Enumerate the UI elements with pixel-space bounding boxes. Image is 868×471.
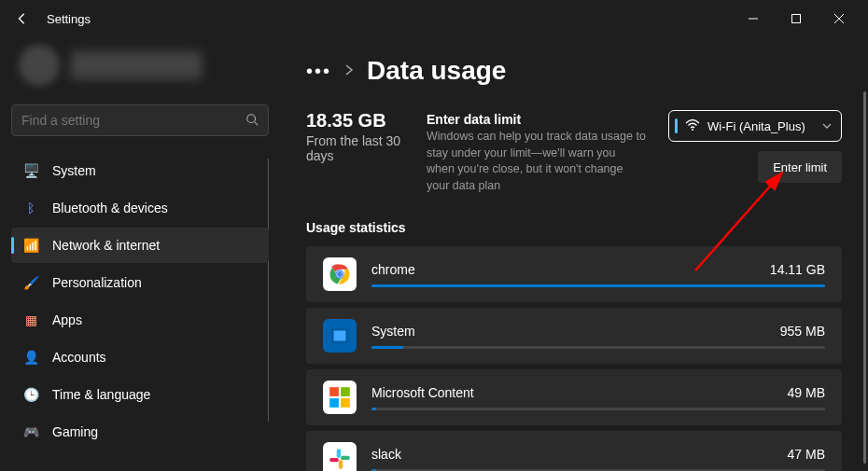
usage-bar [371, 284, 825, 287]
data-limit-heading: Enter data limit [427, 112, 646, 127]
usage-bar [371, 346, 825, 349]
close-button[interactable] [818, 4, 861, 34]
svg-rect-12 [341, 387, 350, 396]
minimize-button[interactable] [732, 4, 775, 34]
svg-point-2 [247, 114, 256, 122]
app-icon [323, 442, 357, 471]
svg-line-3 [255, 121, 259, 125]
app-icon [323, 257, 357, 291]
usage-row[interactable]: slack47 MB [306, 431, 842, 471]
window-title: Settings [47, 12, 91, 26]
sidebar-item-time-language[interactable]: 🕒Time & language [11, 377, 269, 412]
svg-rect-11 [329, 387, 339, 396]
svg-rect-16 [341, 456, 350, 460]
app-icon [323, 381, 357, 414]
sidebar-item-gaming[interactable]: 🎮Gaming [11, 414, 269, 450]
nav-icon: ᛒ [22, 200, 39, 216]
breadcrumb-more-icon[interactable]: ••• [306, 61, 331, 82]
nav-icon: 👤 [22, 349, 39, 366]
usage-row[interactable]: System955 MB [306, 308, 842, 364]
app-usage-amount: 955 MB [780, 324, 825, 339]
svg-rect-18 [329, 458, 339, 462]
nav-icon: 🖥️ [22, 162, 39, 179]
sidebar-item-apps[interactable]: ▦Apps [11, 302, 269, 338]
sidebar-nav: 🖥️SystemᛒBluetooth & devices📶Network & i… [11, 153, 269, 459]
breadcrumb: ••• Data usage [306, 56, 842, 86]
usage-period: From the last 30 days [306, 133, 404, 163]
sidebar-item-system[interactable]: 🖥️System [11, 153, 269, 188]
usage-bar [371, 408, 825, 410]
nav-icon: ▦ [22, 312, 39, 328]
page-title: Data usage [367, 56, 506, 86]
nav-icon: 🕒 [22, 386, 39, 403]
total-usage-value: 18.35 GB [306, 110, 404, 132]
usage-row[interactable]: Microsoft Content49 MB [306, 369, 842, 425]
sidebar-item-label: Personalization [52, 275, 142, 290]
svg-rect-1 [792, 15, 801, 23]
network-label: Wi-Fi (Anita_Plus) [707, 119, 815, 133]
app-name: slack [371, 447, 401, 462]
sidebar-item-bluetooth-devices[interactable]: ᛒBluetooth & devices [11, 190, 269, 226]
sidebar-item-accounts[interactable]: 👤Accounts [11, 339, 269, 375]
chevron-right-icon [344, 63, 354, 78]
sidebar-item-label: Network & internet [52, 238, 160, 253]
svg-rect-15 [337, 449, 341, 458]
search-input-container[interactable] [11, 104, 269, 136]
usage-statistics-list: chrome14.11 GBSystem955 MBMicrosoft Cont… [306, 246, 842, 471]
enter-limit-button[interactable]: Enter limit [758, 151, 842, 183]
app-icon [323, 319, 357, 353]
chevron-down-icon [822, 120, 832, 132]
app-usage-amount: 14.11 GB [770, 262, 825, 277]
svg-rect-17 [339, 460, 343, 469]
scrollbar[interactable] [863, 91, 866, 464]
network-select[interactable]: Wi-Fi (Anita_Plus) [668, 110, 842, 142]
select-accent-bar [675, 118, 678, 133]
svg-point-4 [692, 129, 693, 131]
avatar [19, 45, 60, 86]
sidebar-item-label: System [52, 163, 96, 178]
nav-icon: 📶 [22, 237, 39, 254]
sidebar-item-label: Apps [52, 312, 82, 327]
nav-icon: 🖌️ [22, 274, 39, 291]
sidebar-item-label: Bluetooth & devices [52, 201, 168, 215]
app-name: Microsoft Content [371, 385, 474, 400]
usage-statistics-heading: Usage statistics [306, 220, 842, 235]
usage-row[interactable]: chrome14.11 GB [306, 246, 842, 302]
app-usage-amount: 49 MB [788, 385, 825, 400]
sidebar-item-network-internet[interactable]: 📶Network & internet [11, 228, 269, 263]
nav-icon: 🎮 [22, 423, 39, 440]
search-input[interactable] [21, 113, 238, 128]
sidebar-item-label: Time & language [52, 387, 150, 402]
sidebar-item-personalization[interactable]: 🖌️Personalization [11, 265, 269, 300]
wifi-icon [685, 118, 700, 134]
back-button[interactable] [7, 4, 37, 34]
user-name-redacted [71, 51, 202, 79]
app-usage-amount: 47 MB [788, 447, 825, 462]
sidebar-item-label: Gaming [52, 424, 98, 439]
sidebar-item-label: Accounts [52, 350, 106, 365]
data-limit-description: Windows can help you track data usage to… [427, 129, 646, 194]
app-name: chrome [371, 262, 415, 277]
svg-rect-13 [329, 398, 339, 408]
search-icon [245, 113, 259, 129]
app-name: System [371, 324, 415, 339]
svg-point-8 [337, 271, 343, 277]
svg-rect-14 [341, 398, 350, 408]
user-profile[interactable] [11, 37, 269, 93]
maximize-button[interactable] [775, 4, 818, 34]
svg-rect-10 [334, 331, 346, 341]
